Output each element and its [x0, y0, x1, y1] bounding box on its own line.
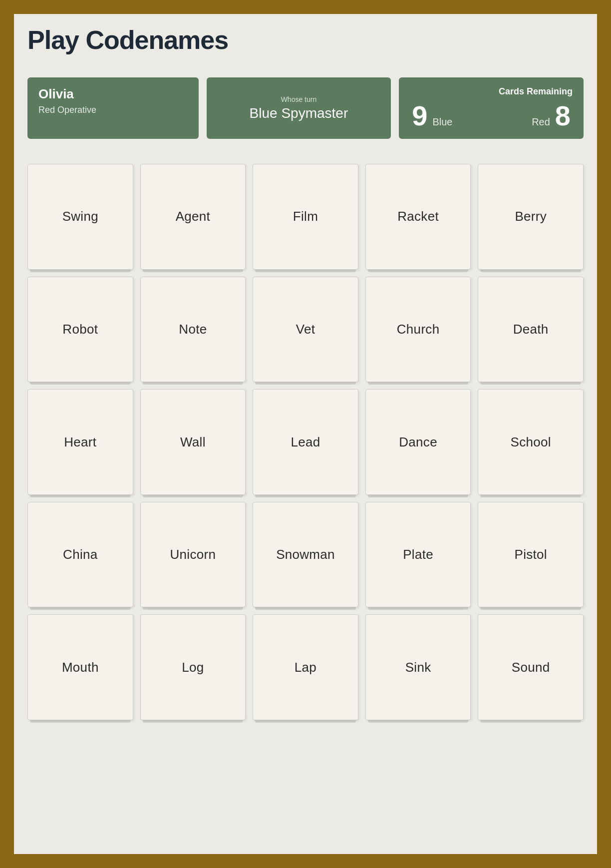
blue-count-number: 9 [412, 102, 427, 130]
word-card[interactable]: Sink [365, 614, 471, 720]
red-count-number: 8 [555, 102, 571, 130]
word-card[interactable]: Lead [253, 389, 358, 495]
word-card-text: Dance [399, 434, 437, 450]
word-card-text: Plate [403, 547, 433, 562]
player-card: Olivia Red Operative [27, 77, 199, 139]
word-card[interactable]: Agent [140, 164, 246, 270]
word-card[interactable]: Dance [365, 389, 471, 495]
word-card-text: Robot [62, 322, 98, 337]
word-card-text: Agent [176, 209, 210, 224]
info-bar: Olivia Red Operative Whose turn Blue Spy… [27, 77, 584, 139]
blue-count-group: 9 Blue [412, 102, 452, 130]
word-card-text: Death [513, 322, 549, 337]
word-card[interactable]: Pistol [478, 502, 584, 608]
player-name: Olivia [38, 86, 188, 102]
word-card-text: Mouth [62, 660, 99, 675]
word-card[interactable]: Robot [27, 277, 133, 383]
word-card[interactable]: Unicorn [140, 502, 246, 608]
word-card-text: Racket [397, 209, 439, 224]
word-card-text: Sink [405, 660, 431, 675]
word-card[interactable]: Snowman [253, 502, 358, 608]
word-card[interactable]: Note [140, 277, 246, 383]
word-card[interactable]: Film [253, 164, 358, 270]
word-card-text: Vet [296, 322, 315, 337]
word-card-text: Sound [512, 660, 550, 675]
word-card[interactable]: Berry [478, 164, 584, 270]
word-card-text: Pistol [515, 547, 547, 562]
word-card[interactable]: Heart [27, 389, 133, 495]
word-card-text: Berry [515, 209, 547, 224]
card-grid: SwingAgentFilmRacketBerryRobotNoteVetChu… [27, 164, 584, 720]
word-card-text: Lead [291, 434, 320, 450]
word-card-text: Lap [295, 660, 316, 675]
word-card[interactable]: Wall [140, 389, 246, 495]
word-card-text: Film [293, 209, 318, 224]
word-card[interactable]: Mouth [27, 614, 133, 720]
word-card[interactable]: Sound [478, 614, 584, 720]
whose-turn-label: Whose turn [281, 95, 317, 103]
cards-counts: 9 Blue Red 8 [410, 102, 573, 130]
word-card[interactable]: Church [365, 277, 471, 383]
word-card[interactable]: Lap [253, 614, 358, 720]
word-card[interactable]: School [478, 389, 584, 495]
word-card[interactable]: Vet [253, 277, 358, 383]
word-card[interactable]: Plate [365, 502, 471, 608]
whose-turn-value: Blue Spymaster [250, 105, 348, 121]
cards-remaining-title: Cards Remaining [410, 86, 573, 97]
word-card-text: Heart [64, 434, 96, 450]
word-card-text: Unicorn [170, 547, 216, 562]
red-count-label: Red [532, 116, 550, 128]
word-card-text: Log [182, 660, 204, 675]
word-card-text: China [63, 547, 97, 562]
word-card-text: Snowman [276, 547, 335, 562]
page-title: Play Codenames [27, 25, 584, 55]
player-role: Red Operative [38, 105, 188, 115]
word-card-text: Swing [62, 209, 98, 224]
red-count-group: Red 8 [532, 102, 571, 130]
word-card-text: Note [179, 322, 207, 337]
cards-remaining-card: Cards Remaining 9 Blue Red 8 [399, 77, 584, 139]
word-card[interactable]: Log [140, 614, 246, 720]
word-card[interactable]: China [27, 502, 133, 608]
word-card[interactable]: Death [478, 277, 584, 383]
word-card[interactable]: Swing [27, 164, 133, 270]
whose-turn-card: Whose turn Blue Spymaster [207, 77, 391, 139]
blue-count-label: Blue [432, 116, 452, 128]
page-wrapper: Play Codenames Olivia Red Operative Whos… [0, 0, 611, 868]
word-card-text: Wall [180, 434, 206, 450]
word-card-text: Church [397, 322, 440, 337]
word-card-text: School [511, 434, 551, 450]
word-card[interactable]: Racket [365, 164, 471, 270]
